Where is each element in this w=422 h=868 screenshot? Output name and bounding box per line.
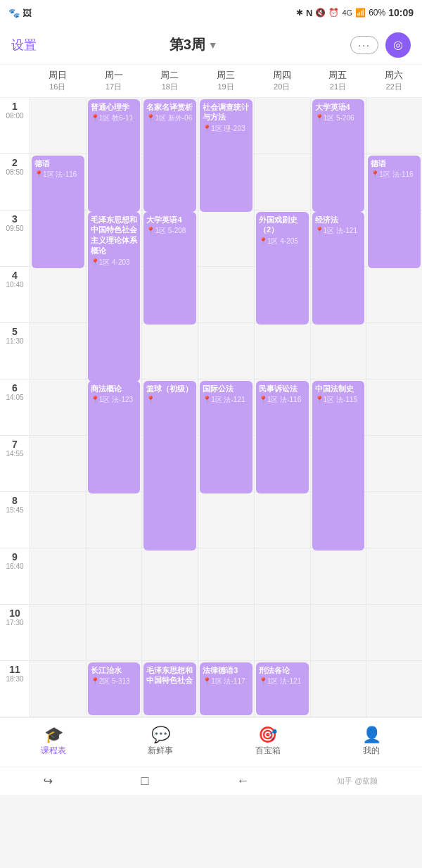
bottom-navigation: 🎓 课程表 💬 新鲜事 🎯 百宝箱 👤 我的	[0, 717, 422, 767]
day-header-mon: 周一 17日	[86, 65, 142, 97]
mon-p6[interactable]: 商法概论 📍1区 法-123	[87, 379, 142, 436]
course-tue-p11[interactable]: 毛泽东思想和中国特色社会	[143, 662, 196, 715]
sun-p10	[30, 605, 86, 661]
recent-apps-button[interactable]: ↩	[44, 774, 53, 788]
week-selector[interactable]: 第3周 ▼	[170, 35, 218, 54]
sun-p11	[30, 661, 86, 717]
course-tue-p6[interactable]: 篮球（初级） 📍	[143, 381, 196, 551]
sun-p1	[30, 98, 86, 154]
nav-news[interactable]: 💬 新鲜事	[148, 727, 173, 757]
course-mon-p11[interactable]: 长江治水 📍2区 5-313	[88, 662, 141, 715]
course-mon-p3[interactable]: 毛泽东思想和中国特色社会主义理论体系概论 📍1区 4-203	[88, 212, 141, 382]
course-fri-p3[interactable]: 经济法 📍1区 法-121	[312, 212, 365, 325]
tue-p9	[142, 548, 198, 605]
wed-p11[interactable]: 法律德语3 📍1区 法-117	[198, 661, 254, 717]
mon-p11[interactable]: 长江治水 📍2区 5-313	[87, 661, 142, 717]
back-button[interactable]: ←	[236, 774, 249, 788]
target-button[interactable]: ◎	[385, 32, 411, 58]
course-sun-p2-deutsch[interactable]: 德语 📍1区 法-116	[32, 156, 84, 268]
course-thu-p3[interactable]: 外国戏剧史（2） 📍1区 4-205	[256, 212, 309, 325]
wed-p4	[198, 267, 254, 323]
sun-p9	[30, 548, 86, 605]
fri-p5	[311, 323, 366, 379]
wed-p5	[198, 323, 254, 379]
fri-p9	[311, 548, 366, 605]
sat-p6	[366, 379, 422, 436]
col-tuesday: 名家名译赏析 📍1区 新外-06 大学英语4 📍1区 5-208	[141, 98, 198, 717]
col-saturday: 德语 📍1区 法-116	[366, 98, 422, 717]
period-7: 7 14:55	[0, 436, 30, 492]
profile-icon: 👤	[362, 727, 381, 743]
period-10: 10 17:30	[0, 605, 30, 661]
course-tue-p3[interactable]: 大学英语4 📍1区 5-208	[143, 212, 196, 325]
settings-button[interactable]: 设置	[11, 37, 37, 54]
mon-p1[interactable]: 普通心理学 📍1区 教6-11	[87, 98, 142, 154]
day-header-fri: 周五 21日	[310, 65, 366, 97]
course-tue-p1[interactable]: 名家名译赏析 📍1区 新外-06	[143, 99, 196, 212]
course-fri-p6[interactable]: 中国法制史 📍1区 法-115	[312, 381, 365, 551]
period-5: 5 11:30	[0, 323, 30, 379]
period-9: 9 16:40	[0, 548, 30, 605]
status-right-icons: ✱ N 🔇 ⏰ 4G 📶 60% 10:09	[296, 7, 414, 18]
bluetooth-icon: ✱	[296, 8, 303, 18]
mute-icon: 🔇	[315, 8, 326, 18]
thu-p5	[255, 323, 310, 379]
day-header-thu: 周四 20日	[254, 65, 310, 97]
wed-p1[interactable]: 社会调查统计与方法 📍1区 理-203	[198, 98, 254, 154]
alarm-icon: ⏰	[328, 8, 339, 18]
course-sat-p2[interactable]: 德语 📍1区 法-116	[368, 156, 421, 268]
course-wed-p6[interactable]: 国际公法 📍1区 法-121	[200, 381, 252, 493]
day-header-wed: 周三 19日	[198, 65, 254, 97]
battery: 60%	[369, 8, 385, 18]
course-wed-p11[interactable]: 法律德语3 📍1区 法-117	[200, 662, 252, 715]
fri-p3[interactable]: 经济法 📍1区 法-121	[311, 210, 366, 267]
nav-toolbox[interactable]: 🎯 百宝箱	[255, 727, 281, 757]
nfc-icon: N	[306, 8, 312, 18]
camera-icon: 🐾	[8, 8, 20, 18]
tue-p1[interactable]: 名家名译赏析 📍1区 新外-06	[142, 98, 198, 154]
period-6: 6 14:05	[0, 379, 30, 436]
watermark: 知乎 @蓝颜	[337, 776, 378, 786]
sat-p2[interactable]: 德语 📍1区 法-116	[366, 154, 422, 210]
mon-p3[interactable]: 毛泽东思想和中国特色社会主义理论体系概论 📍1区 4-203	[87, 210, 142, 267]
nav-schedule-label: 课程表	[41, 745, 66, 757]
course-thu-p6[interactable]: 民事诉讼法 📍1区 法-116	[256, 381, 309, 493]
sun-p5	[30, 323, 86, 379]
app-header: 设置 第3周 ▼ ··· ◎	[0, 25, 422, 65]
course-fri-p1[interactable]: 大学英语4 📍1区 5-206	[312, 99, 365, 212]
more-options-button[interactable]: ···	[350, 36, 378, 54]
wed-p6[interactable]: 国际公法 📍1区 法-121	[198, 379, 254, 436]
sat-p8	[366, 492, 422, 548]
system-navigation: ↩ □ ← 知乎 @蓝颜	[0, 767, 422, 795]
target-icon: ◎	[393, 38, 403, 51]
signal-4g: 4G	[342, 8, 352, 17]
sun-p6	[30, 379, 86, 436]
chevron-down-icon: ▼	[208, 39, 218, 51]
sun-p2[interactable]: 德语 📍1区 法-116	[30, 154, 86, 210]
nav-profile-label: 我的	[363, 745, 380, 757]
home-button[interactable]: □	[141, 774, 148, 788]
nav-profile[interactable]: 👤 我的	[362, 727, 381, 757]
col-wednesday: 社会调查统计与方法 📍1区 理-203 国际公法 📍1区 法-121	[198, 98, 254, 717]
thu-p2	[255, 154, 310, 210]
course-mon-p6[interactable]: 商法概论 📍1区 法-123	[88, 381, 141, 493]
wed-p10	[198, 605, 254, 661]
course-wed-p1[interactable]: 社会调查统计与方法 📍1区 理-203	[200, 99, 252, 212]
course-mon-p1[interactable]: 普通心理学 📍1区 教6-11	[88, 99, 141, 212]
schedule-icon: 🎓	[44, 727, 63, 743]
thu-p11[interactable]: 刑法各论 📍1区 法-121	[255, 661, 310, 717]
course-thu-p11[interactable]: 刑法各论 📍1区 法-121	[256, 662, 309, 715]
tue-p3[interactable]: 大学英语4 📍1区 5-208	[142, 210, 198, 267]
fri-p1[interactable]: 大学英语4 📍1区 5-206	[311, 98, 366, 154]
nav-schedule[interactable]: 🎓 课程表	[41, 727, 66, 757]
mon-p10	[87, 605, 142, 661]
thu-p6[interactable]: 民事诉讼法 📍1区 法-116	[255, 379, 310, 436]
fri-p6[interactable]: 中国法制史 📍1区 法-115	[311, 379, 366, 436]
sat-p1	[366, 98, 422, 154]
tue-p6[interactable]: 篮球（初级） 📍	[142, 379, 198, 436]
tue-p11[interactable]: 毛泽东思想和中国特色社会	[142, 661, 198, 717]
nav-news-label: 新鲜事	[148, 745, 173, 757]
thu-p3[interactable]: 外国戏剧史（2） 📍1区 4-205	[255, 210, 310, 267]
fri-p11	[311, 661, 366, 717]
mon-p9	[87, 548, 142, 605]
